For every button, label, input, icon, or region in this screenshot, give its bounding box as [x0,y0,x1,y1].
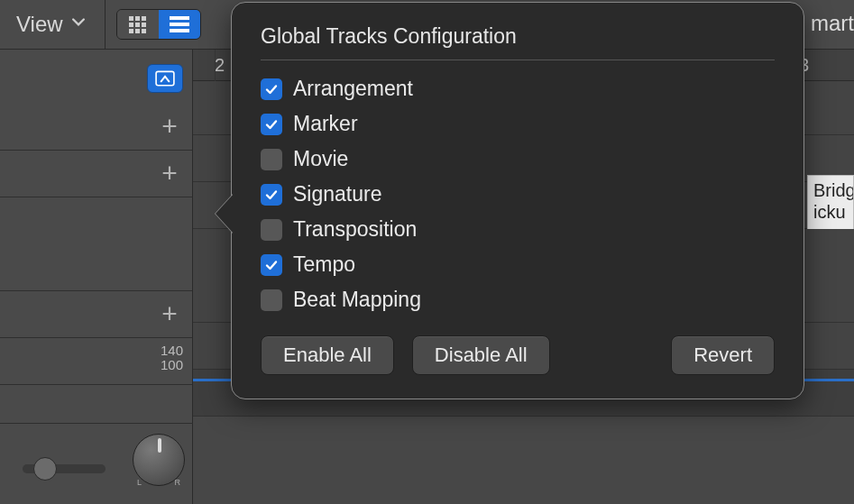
slider-thumb[interactable] [33,457,57,481]
pan-left-label: L [137,478,142,487]
view-dropdown[interactable]: View [16,12,85,37]
region-clip[interactable]: Bridg icku [807,175,854,231]
checkbox-label: Marker [293,112,358,136]
collapse-icon [155,70,175,87]
horizontal-zoom-slider[interactable] [23,464,106,473]
checkbox[interactable] [261,184,282,206]
add-track-button[interactable]: + [158,163,181,187]
checkbox[interactable] [261,219,282,241]
tempo-lower: 100 [161,358,183,372]
track-header-panel: + + + 140 100 L R [0,50,193,504]
clip-title-line2: icku [813,201,848,223]
checkbox-row-beat-mapping[interactable]: Beat Mapping [261,288,775,312]
track-header-row: + [0,104,192,151]
checkbox-row-marker[interactable]: Marker [261,112,775,136]
checkbox-row-tempo[interactable]: Tempo [261,252,775,277]
checkbox[interactable] [261,114,282,135]
truncated-label-right: mart [811,11,854,36]
checkbox-label: Signature [293,182,381,206]
tempo-upper: 140 [161,344,183,358]
revert-button[interactable]: Revert [671,335,775,375]
svg-rect-0 [156,71,174,85]
clip-title-line1: Bridg [813,179,848,201]
checkbox-label: Beat Mapping [293,288,421,312]
checkbox-label: Transposition [293,217,417,242]
track-lane[interactable] [193,417,854,504]
track-header-row: + [0,291,192,338]
global-tracks-checklist: ArrangementMarkerMovieSignatureTransposi… [261,77,775,312]
track-header-row [0,197,192,291]
pan-knob[interactable]: L R [133,434,185,486]
checkbox-row-signature[interactable]: Signature [261,182,775,206]
pan-knob-labels: L R [133,478,184,487]
checkbox-label: Movie [293,147,348,171]
checkbox-row-transposition[interactable]: Transposition [261,217,775,242]
chevron-down-icon [72,18,85,31]
tempo-header-row: 140 100 [0,338,192,385]
list-view-button[interactable] [159,10,200,39]
checkbox[interactable] [261,289,282,311]
list-icon [170,16,189,32]
add-track-button[interactable]: + [158,116,181,140]
toolbar-divider [105,0,106,50]
enable-all-button[interactable]: Enable All [261,335,394,375]
ruler-tick: 2 [215,55,225,76]
disable-all-button[interactable]: Disable All [412,335,550,375]
grid-view-button[interactable] [117,10,159,39]
checkbox-label: Arrangement [293,77,413,101]
track-header-row: + [0,151,192,197]
checkbox-label: Tempo [293,252,355,277]
popover-button-row: Enable All Disable All Revert [261,335,775,375]
checkbox[interactable] [261,78,282,100]
view-mode-segmented [116,9,201,40]
add-track-button[interactable]: + [158,304,181,327]
grid-icon [129,16,146,33]
checkbox-row-movie[interactable]: Movie [261,147,775,171]
global-tracks-config-popover: Global Tracks Configuration ArrangementM… [231,2,804,399]
checkbox[interactable] [261,149,282,170]
checkbox[interactable] [261,254,282,276]
view-dropdown-label: View [16,12,63,37]
popover-title: Global Tracks Configuration [261,24,775,60]
pan-right-label: R [175,478,181,487]
checkbox-row-arrangement[interactable]: Arrangement [261,77,775,101]
collapse-global-tracks-button[interactable] [147,64,183,93]
bottom-controls: L R [0,423,193,495]
tempo-values: 140 100 [161,344,183,372]
